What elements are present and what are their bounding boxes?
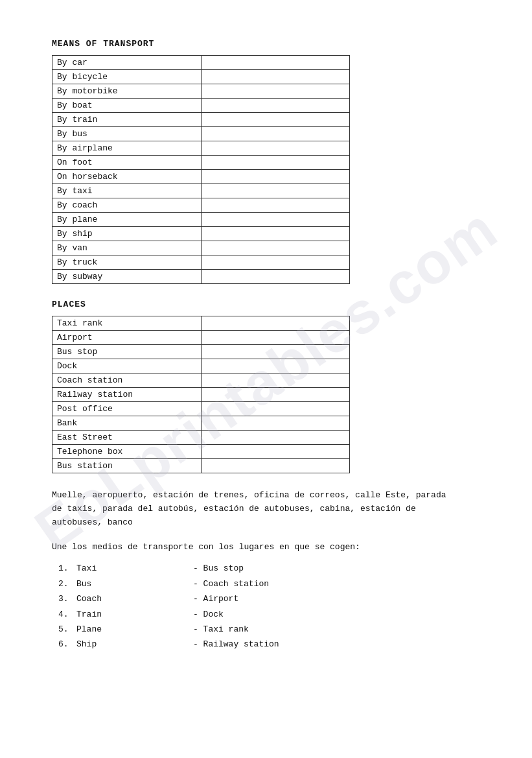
place-match: - Taxi rank — [193, 622, 249, 637]
table-row: By subway — [52, 270, 350, 284]
table-row: On horseback — [52, 170, 350, 184]
table-row: By bus — [52, 127, 350, 141]
means-label: By train — [52, 113, 202, 127]
table-row: By coach — [52, 198, 350, 213]
transport-type: Train — [76, 607, 193, 622]
place-value — [201, 373, 349, 388]
place-value — [201, 388, 349, 402]
item-number: 2. — [58, 576, 76, 591]
means-value — [201, 227, 349, 241]
table-row: Dock — [52, 359, 350, 373]
list-item: 2.Bus- Coach station — [58, 576, 480, 591]
means-value — [201, 255, 349, 270]
list-item: 1.Taxi- Bus stop — [58, 561, 480, 576]
table-row: By airplane — [52, 141, 350, 156]
means-label: By subway — [52, 270, 202, 284]
means-value — [201, 84, 349, 99]
place-value — [201, 402, 349, 416]
table-row: By ship — [52, 227, 350, 241]
table-row: By car — [52, 56, 350, 70]
place-label: Taxi rank — [52, 316, 202, 331]
means-label: By bicycle — [52, 70, 202, 84]
place-label: Railway station — [52, 388, 202, 402]
item-number: 3. — [58, 591, 76, 606]
transport-type: Bus — [76, 576, 193, 591]
transport-type: Ship — [76, 637, 193, 652]
transport-type: Taxi — [76, 561, 193, 576]
item-number: 5. — [58, 622, 76, 637]
instruction-text: Une los medios de transporte con los lug… — [52, 542, 480, 552]
transport-type: Plane — [76, 622, 193, 637]
means-label: On foot — [52, 156, 202, 170]
means-value — [201, 127, 349, 141]
place-match: - Airport — [193, 591, 238, 606]
means-label: By coach — [52, 198, 202, 213]
list-item: 4.Train- Dock — [58, 607, 480, 622]
table-row: By boat — [52, 99, 350, 113]
means-label: By car — [52, 56, 202, 70]
places-table: Taxi rankAirportBus stopDockCoach statio… — [52, 316, 350, 473]
table-row: Coach station — [52, 373, 350, 388]
place-value — [201, 345, 349, 359]
place-label: Telephone box — [52, 445, 202, 459]
means-value — [201, 184, 349, 198]
means-value — [201, 141, 349, 156]
means-label: By airplane — [52, 141, 202, 156]
place-value — [201, 316, 349, 331]
item-number: 4. — [58, 607, 76, 622]
table-row: By truck — [52, 255, 350, 270]
place-match: - Dock — [193, 607, 224, 622]
means-value — [201, 170, 349, 184]
means-value — [201, 156, 349, 170]
spanish-text: Muelle, aeropuerto, estación de trenes, … — [52, 489, 454, 529]
means-value — [201, 270, 349, 284]
means-value — [201, 198, 349, 213]
place-value — [201, 445, 349, 459]
table-row: East Street — [52, 431, 350, 445]
means-label: On horseback — [52, 170, 202, 184]
place-match: - Railway station — [193, 637, 279, 652]
means-value — [201, 241, 349, 255]
means-label: By boat — [52, 99, 202, 113]
table-row: Post office — [52, 402, 350, 416]
place-label: Post office — [52, 402, 202, 416]
means-value — [201, 113, 349, 127]
table-row: By van — [52, 241, 350, 255]
means-value — [201, 70, 349, 84]
place-value — [201, 431, 349, 445]
means-label: By ship — [52, 227, 202, 241]
place-label: Coach station — [52, 373, 202, 388]
place-value — [201, 331, 349, 345]
place-value — [201, 359, 349, 373]
place-label: Bank — [52, 416, 202, 431]
place-match: - Bus stop — [193, 561, 244, 576]
means-title: MEANS OF TRANSPORT — [52, 39, 480, 49]
means-value — [201, 99, 349, 113]
transport-type: Coach — [76, 591, 193, 606]
table-row: By bicycle — [52, 70, 350, 84]
place-label: Dock — [52, 359, 202, 373]
table-row: Bank — [52, 416, 350, 431]
means-label: By van — [52, 241, 202, 255]
matching-list: 1.Taxi- Bus stop2.Bus- Coach station3.Co… — [52, 561, 480, 652]
means-table: By carBy bicycleBy motorbikeBy boatBy tr… — [52, 55, 350, 284]
table-row: By motorbike — [52, 84, 350, 99]
means-label: By truck — [52, 255, 202, 270]
place-label: Bus station — [52, 459, 202, 473]
table-row: Telephone box — [52, 445, 350, 459]
item-number: 1. — [58, 561, 76, 576]
means-label: By taxi — [52, 184, 202, 198]
table-row: Railway station — [52, 388, 350, 402]
place-match: - Coach station — [193, 576, 269, 591]
item-number: 6. — [58, 637, 76, 652]
table-row: Taxi rank — [52, 316, 350, 331]
list-item: 5.Plane- Taxi rank — [58, 622, 480, 637]
place-label: Bus stop — [52, 345, 202, 359]
table-row: By plane — [52, 213, 350, 227]
place-label: East Street — [52, 431, 202, 445]
place-label: Airport — [52, 331, 202, 345]
means-label: By plane — [52, 213, 202, 227]
place-value — [201, 416, 349, 431]
table-row: Airport — [52, 331, 350, 345]
table-row: By train — [52, 113, 350, 127]
